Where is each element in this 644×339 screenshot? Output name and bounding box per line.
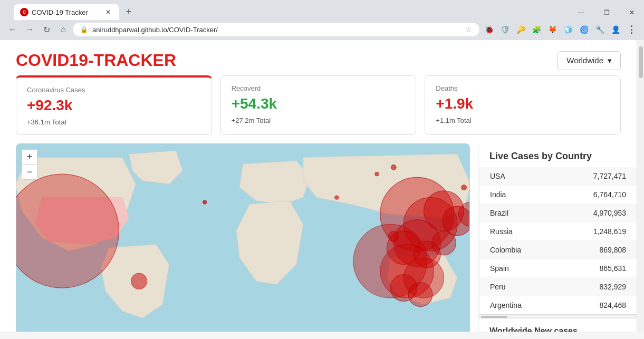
new-tab-button[interactable]: + (121, 4, 136, 19)
country-cases: 832,929 (599, 283, 626, 291)
recovered-label: Recoverd (232, 84, 406, 92)
country-cases: 865,631 (599, 264, 626, 273)
svg-point-29 (131, 273, 147, 289)
vertical-scrollbar[interactable] (637, 40, 644, 332)
country-cases: 824,468 (599, 301, 626, 309)
world-map: United States United Kingdom France Espa… (16, 144, 469, 332)
zoom-out-button[interactable]: − (22, 164, 37, 179)
maximize-button[interactable]: ❐ (594, 5, 619, 20)
country-name: Peru (490, 283, 506, 291)
tab-favicon: C (20, 8, 28, 16)
forward-button[interactable]: → (22, 22, 37, 37)
extension-btn-6[interactable]: 🧊 (561, 22, 575, 37)
country-name: USA (490, 172, 505, 180)
svg-point-32 (334, 196, 339, 200)
url-text: aniruddhparwal.github.io/COVID-Tracker/ (92, 26, 461, 34)
cases-value: +92.3k (27, 97, 201, 114)
country-name: Argentina (490, 301, 522, 309)
country-cases: 869,808 (599, 246, 626, 254)
svg-point-26 (408, 283, 432, 307)
country-list[interactable]: USA7,727,471India6,764,710Brazil4,970,95… (479, 167, 637, 314)
extension-btn-4[interactable]: 🧩 (529, 22, 544, 37)
country-name: Brazil (490, 209, 508, 217)
extension-btn-3[interactable]: 🔑 (513, 22, 528, 37)
worldwide-dropdown[interactable]: Worldwide ▾ (558, 51, 621, 70)
extension-btn-1[interactable]: 🐞 (482, 22, 496, 37)
app-header: COVID19-TRACKER Worldwide ▾ (0, 40, 637, 75)
country-row[interactable]: Argentina824,468 (479, 296, 637, 314)
map-area[interactable]: + − (16, 143, 470, 332)
minimize-button[interactable]: — (569, 5, 593, 20)
country-name: Spain (490, 264, 509, 273)
svg-point-28 (375, 172, 379, 176)
country-row[interactable]: Russia1,248,619 (479, 222, 637, 241)
svg-point-31 (462, 185, 467, 190)
stats-row: Coronavirus Cases +92.3k +36.1m Total Re… (0, 75, 637, 143)
country-row[interactable]: Peru832,929 (479, 278, 637, 296)
country-row[interactable]: Brazil4,970,953 (479, 204, 637, 222)
deaths-label: Deaths (436, 84, 610, 92)
refresh-button[interactable]: ↻ (39, 22, 54, 37)
zoom-in-button[interactable]: + (22, 150, 37, 164)
extension-btn-8[interactable]: 🔧 (592, 22, 607, 37)
scroll-thumb (639, 46, 643, 78)
back-button[interactable]: ← (5, 22, 20, 37)
deaths-total: +1.1m Total (436, 117, 610, 124)
live-cases-title: Live Cases by Country (479, 143, 637, 167)
horizontal-scrollbar[interactable] (479, 314, 637, 318)
tab-close-button[interactable]: ✕ (103, 7, 113, 17)
scroll-thumb-h (481, 316, 507, 318)
cases-label: Coronavirus Cases (27, 86, 201, 94)
cases-card: Coronavirus Cases +92.3k +36.1m Total (16, 75, 212, 135)
extension-btn-2[interactable]: 🛡️ (497, 22, 512, 37)
home-button[interactable]: ⌂ (56, 22, 71, 37)
chart-title: Worldwide New cases (489, 326, 626, 332)
browser-tab[interactable]: C COVID-19 Tracker ✕ (14, 4, 119, 20)
map-zoom-controls[interactable]: + − (22, 149, 37, 180)
profile-btn[interactable]: 👤 (608, 22, 623, 37)
country-name: Russia (490, 227, 513, 236)
recovered-total: +27.2m Total (232, 117, 406, 124)
country-row[interactable]: Colombia869,808 (479, 241, 637, 259)
menu-button[interactable]: ⋮ (624, 22, 639, 37)
extension-btn-7[interactable]: 🌀 (576, 22, 591, 37)
country-cases: 7,727,471 (593, 172, 626, 180)
svg-point-27 (391, 164, 396, 170)
country-name: Colombia (490, 246, 521, 254)
main-layout: + − (0, 143, 637, 332)
country-name: India (490, 190, 506, 199)
svg-point-30 (203, 200, 207, 205)
app-title: COVID19-TRACKER (16, 51, 176, 70)
extension-btn-5[interactable]: 🦊 (545, 22, 560, 37)
worldwide-label: Worldwide (566, 56, 603, 65)
recovered-value: +54.3k (232, 95, 406, 112)
close-button[interactable]: ✕ (620, 5, 644, 20)
dropdown-arrow-icon: ▾ (608, 56, 612, 65)
country-row[interactable]: USA7,727,471 (479, 167, 637, 186)
country-row[interactable]: India6,764,710 (479, 186, 637, 204)
deaths-card: Deaths +1.9k +1.1m Total (425, 75, 621, 135)
country-cases: 1,248,619 (593, 227, 626, 236)
chart-section: Worldwide New cases 400k (479, 318, 637, 332)
country-cases: 6,764,710 (593, 190, 626, 199)
address-bar[interactable]: 🔒 aniruddhparwal.github.io/COVID-Tracker… (73, 23, 479, 36)
side-panel: Live Cases by Country USA7,727,471India6… (478, 143, 637, 332)
country-row[interactable]: Spain865,631 (479, 259, 637, 278)
tab-title: COVID-19 Tracker (32, 8, 88, 16)
country-cases: 4,970,953 (593, 209, 626, 217)
recovered-card: Recoverd +54.3k +27.2m Total (220, 75, 417, 135)
cases-total: +36.1m Total (27, 118, 201, 126)
svg-point-21 (432, 231, 456, 255)
deaths-value: +1.9k (436, 95, 610, 112)
